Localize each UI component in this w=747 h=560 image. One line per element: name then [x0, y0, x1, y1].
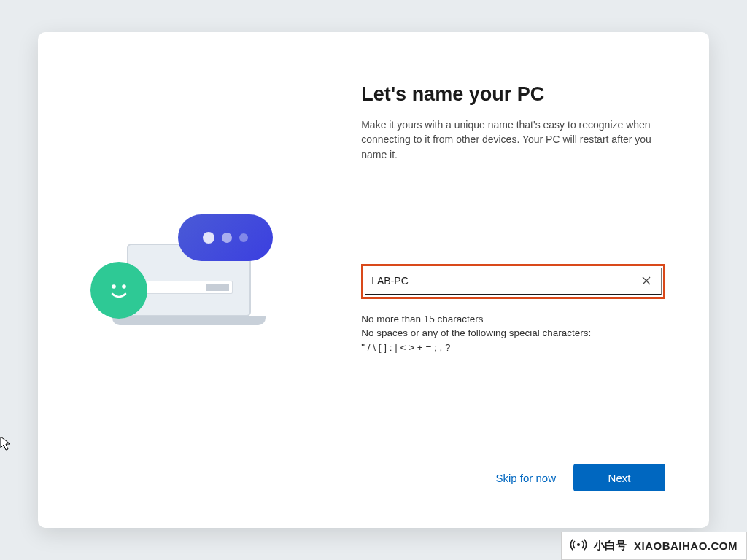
watermark-badge: 小白号 XIAOBAIHAO.COM	[561, 532, 747, 560]
oobe-card: Let's name your PC Make it yours with a …	[38, 32, 709, 528]
svg-point-2	[577, 543, 580, 546]
hint-line-2: No spaces or any of the following specia…	[361, 326, 665, 341]
input-hints: No more than 15 characters No spaces or …	[361, 312, 665, 355]
watermark-url-text: XIAOBAIHAO.COM	[634, 540, 738, 552]
page-title: Let's name your PC	[361, 83, 665, 106]
page-subtitle: Make it yours with a unique name that's …	[361, 117, 665, 162]
svg-point-1	[122, 284, 126, 289]
broadcast-icon	[570, 537, 587, 555]
hint-line-3: " / \ [ ] : | < > + = ; , ?	[361, 341, 665, 355]
illustration-pane	[38, 32, 347, 528]
mouse-cursor-icon	[0, 436, 12, 452]
footer-actions: Skip for now Next	[361, 464, 665, 506]
speech-bubble-icon	[178, 214, 273, 261]
hint-line-1: No more than 15 characters	[361, 312, 665, 327]
skip-for-now-link[interactable]: Skip for now	[495, 472, 556, 484]
next-button[interactable]: Next	[573, 464, 665, 491]
clear-input-button[interactable]	[638, 272, 655, 289]
content-pane: Let's name your PC Make it yours with a …	[347, 32, 709, 528]
pc-name-input-highlight	[361, 264, 665, 299]
svg-point-0	[112, 284, 116, 289]
watermark-cn-text: 小白号	[594, 539, 627, 553]
name-pc-illustration	[83, 192, 302, 368]
pc-name-input[interactable]	[371, 275, 638, 287]
smiley-avatar-icon	[90, 262, 147, 319]
